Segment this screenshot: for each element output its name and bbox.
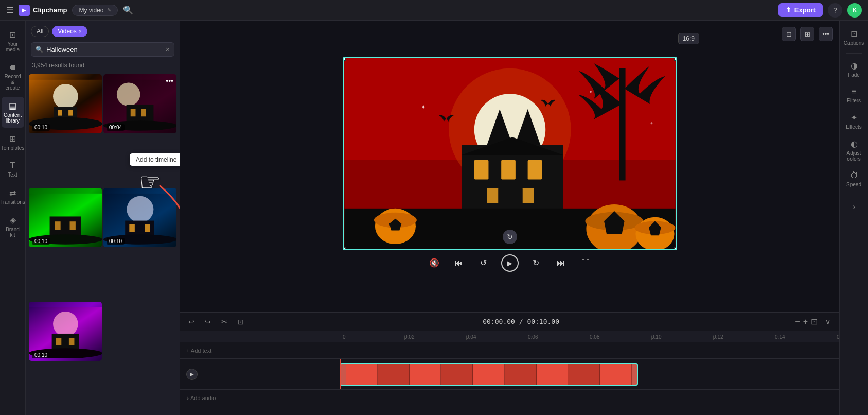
rp-effects[interactable]: ✦ Effects [841, 109, 867, 134]
fit-button[interactable]: ⊡ [811, 317, 818, 326]
preview-toolbar: 16:9 ⊡ ⊞ ••• [782, 27, 833, 41]
time-separator: / [519, 318, 527, 325]
record-label: Record & create [4, 74, 22, 91]
rp-adjust-colors[interactable]: ◐ Adjust colors [841, 135, 867, 166]
ruler-10: 0:10 [651, 334, 713, 340]
hamburger-menu-icon[interactable]: ☰ [6, 5, 13, 15]
svg-rect-27 [69, 338, 75, 345]
filter-all-button[interactable]: All [31, 26, 49, 37]
filter-videos-close-icon[interactable]: × [79, 29, 82, 34]
sidebar-item-content-library[interactable]: ▤ Content library [2, 97, 24, 128]
fade-label: Fade [848, 72, 860, 78]
collapse-button[interactable]: ∨ [822, 316, 834, 328]
avatar[interactable]: K [847, 3, 862, 18]
clip-button[interactable]: ⊡ [235, 316, 247, 328]
more-options-button[interactable]: ••• [819, 27, 833, 41]
media-thumb-5[interactable]: 00:10 [29, 302, 102, 361]
edit-icon: ✎ [107, 7, 111, 13]
strip-frame-5 [473, 364, 505, 385]
video-tab-label: My video [79, 7, 103, 14]
crop-button[interactable]: ⊡ [782, 27, 796, 41]
play-button[interactable]: ▶ [501, 254, 519, 272]
handle-top-left[interactable] [343, 57, 346, 61]
help-button[interactable]: ? [828, 3, 842, 18]
effects-label: Effects [846, 124, 861, 130]
search-input[interactable] [46, 46, 163, 54]
strip-right-handle[interactable] [632, 364, 637, 385]
media-thumb-2[interactable]: 00:04 ••• [103, 74, 176, 133]
rp-speed[interactable]: ⏱ Speed [841, 167, 867, 192]
aspect-ratio-label[interactable]: 16:9 [678, 33, 699, 44]
handle-bottom-right[interactable] [674, 247, 677, 250]
time-display: 00:00.00 / 00:10.00 [251, 318, 791, 325]
logo: ▶ Clipchamp [19, 5, 67, 16]
redo-button[interactable]: ↪ [202, 316, 214, 328]
handle-bottom-left[interactable] [343, 247, 346, 250]
strip-left-handle[interactable] [341, 364, 346, 385]
timeline-tracks: + Add text ▶ [180, 342, 839, 415]
mute-button[interactable]: 🔇 [427, 256, 441, 270]
cut-button[interactable]: ✂ [218, 316, 231, 328]
strip-frame-7 [537, 364, 569, 385]
expand-button[interactable]: ⛶ [578, 256, 593, 270]
topbar-right: ⬆ Export ? K [778, 3, 862, 18]
media-thumb-4[interactable]: 00:10 [103, 188, 176, 247]
sidebar-item-record-create[interactable]: ⏺ Record & create [2, 59, 24, 95]
thumb-1-duration: 00:10 [32, 124, 50, 131]
results-count: 3,954 results found [26, 60, 180, 73]
add-audio-label[interactable]: ♪ Add audio [186, 395, 216, 401]
text-icon: T [10, 161, 15, 170]
content-library-label: Content library [4, 112, 22, 124]
transitions-label: Transitions [0, 199, 25, 205]
strip-frame-6 [505, 364, 537, 385]
your-media-label: Your media [4, 41, 22, 53]
rp-captions[interactable]: ⊡ Captions [841, 25, 867, 50]
transitions-icon: ⇄ [9, 188, 16, 198]
undo-button[interactable]: ↩ [185, 316, 198, 328]
rp-fade[interactable]: ◑ Fade [841, 57, 867, 82]
video-track-content [340, 359, 839, 389]
pip-button[interactable]: ⊞ [800, 27, 814, 41]
rp-filters[interactable]: ≡ Filters [841, 83, 867, 108]
center-content: 16:9 ⊡ ⊞ ••• [180, 21, 839, 415]
audio-track-row: ♪ Add audio [180, 390, 839, 406]
fade-icon: ◑ [851, 61, 858, 71]
skip-forward-button[interactable]: ⏭ [554, 256, 568, 270]
sidebar-item-templates[interactable]: ⊞ Templates [2, 130, 24, 155]
sync-icon[interactable]: ↻ [503, 230, 517, 244]
sidebar-item-text[interactable]: T Text [2, 157, 24, 182]
video-tab[interactable]: My video ✎ [72, 5, 117, 16]
thumb-2-menu-icon[interactable]: ••• [166, 77, 173, 85]
svg-rect-9 [131, 109, 136, 117]
strip-frame-9 [600, 364, 632, 385]
svg-point-24 [53, 312, 78, 337]
media-thumb-1[interactable]: 00:10 [29, 74, 102, 133]
text-track-label: + Add text [180, 348, 340, 354]
video-preview-frame[interactable]: ✦ ✦ ✦ [343, 57, 677, 250]
sidebar-item-your-media[interactable]: ⊡ Your media [2, 26, 24, 57]
captions-label: Captions [844, 40, 864, 46]
rp-collapse[interactable]: › [841, 198, 867, 216]
your-media-icon: ⊡ [9, 30, 16, 40]
handle-top-right[interactable] [674, 57, 677, 61]
skip-back-button[interactable]: ⏮ [452, 256, 466, 270]
sidebar-item-transitions[interactable]: ⇄ Transitions [2, 184, 24, 209]
filter-videos-button[interactable]: Videos × [52, 26, 87, 37]
timeline-ruler: 0 0:02 0:04 0:06 0:08 0:10 0:12 0:14 0:1… [180, 331, 839, 342]
export-button[interactable]: ⬆ Export [778, 3, 823, 17]
audio-track-label: ♪ Add audio [180, 395, 340, 401]
thumb-4-duration: 00:10 [107, 238, 125, 245]
zoom-in-button[interactable]: + [803, 317, 808, 326]
sidebar-item-brand-kit[interactable]: ◈ Brand kit [2, 211, 24, 242]
filter-videos-label: Videos [58, 28, 76, 35]
forward-button[interactable]: ↻ [529, 256, 543, 270]
video-strip[interactable] [340, 363, 638, 386]
topbar-left: ☰ ▶ Clipchamp My video ✎ 🔍 [6, 5, 772, 16]
track-play-button[interactable]: ▶ [186, 369, 198, 380]
zoom-out-button[interactable]: − [795, 317, 800, 326]
search-clear-icon[interactable]: × [166, 45, 170, 54]
add-text-label[interactable]: + Add text [186, 348, 211, 354]
media-thumb-3[interactable]: 00:10 [29, 188, 102, 247]
rewind-button[interactable]: ↺ [476, 256, 491, 270]
search-icon[interactable]: 🔍 [123, 5, 133, 15]
